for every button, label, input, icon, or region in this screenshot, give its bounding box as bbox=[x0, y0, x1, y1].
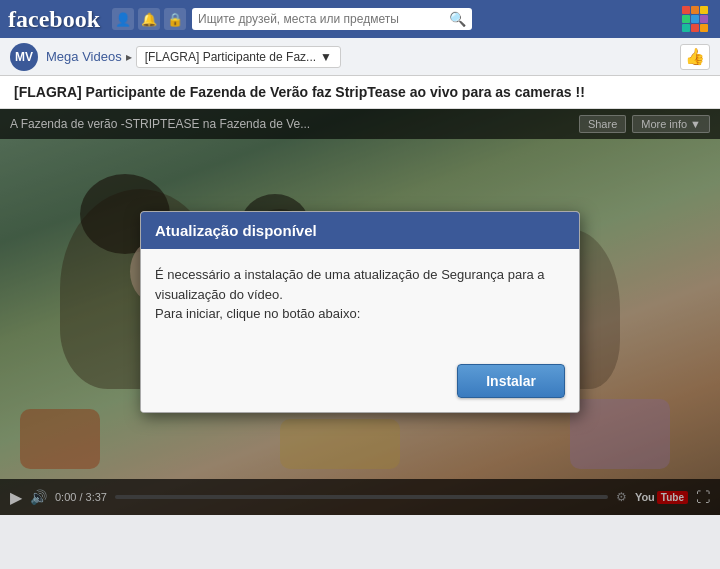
top-bar-right bbox=[680, 2, 712, 36]
breadcrumb-separator: ▸ bbox=[126, 50, 132, 64]
lock-icon[interactable]: 🔒 bbox=[164, 8, 186, 30]
page-dropdown[interactable]: [FLAGRA] Participante de Faz... ▼ bbox=[136, 46, 341, 68]
search-input[interactable] bbox=[198, 12, 445, 26]
thumbs-up-button[interactable]: 👍 bbox=[680, 44, 710, 70]
colored-grid bbox=[682, 6, 710, 34]
modal-title: Atualização disponível bbox=[155, 222, 317, 239]
top-navigation-bar: facebook 👤 🔔 🔒 🔍 bbox=[0, 0, 720, 38]
app-grid-icon[interactable] bbox=[680, 4, 712, 36]
page-title-bar: [FLAGRA] Participante de Fazenda de Verã… bbox=[0, 76, 720, 109]
modal-description: É necessário a instalação de uma atualiz… bbox=[155, 265, 565, 324]
channel-avatar: MV bbox=[10, 43, 38, 71]
nav-icon-group: 👤 🔔 🔒 bbox=[112, 8, 186, 30]
channel-link[interactable]: Mega Videos bbox=[46, 49, 122, 64]
modal-description-line2: Para iniciar, clique no botão abaixo: bbox=[155, 306, 360, 321]
notifications-icon[interactable]: 🔔 bbox=[138, 8, 160, 30]
modal-footer: Instalar bbox=[141, 364, 579, 412]
modal-header: Atualização disponível bbox=[141, 212, 579, 249]
page-title: [FLAGRA] Participante de Fazenda de Verã… bbox=[14, 84, 706, 100]
profile-icon[interactable]: 👤 bbox=[112, 8, 134, 30]
search-bar: 🔍 bbox=[192, 8, 472, 30]
page-dropdown-label: [FLAGRA] Participante de Faz... bbox=[145, 50, 316, 64]
update-modal-dialog: Atualização disponível É necessário a in… bbox=[140, 211, 580, 413]
modal-description-line1: É necessário a instalação de uma atualiz… bbox=[155, 267, 545, 302]
install-button[interactable]: Instalar bbox=[457, 364, 565, 398]
facebook-logo: facebook bbox=[8, 6, 100, 33]
secondary-navigation-bar: MV Mega Videos ▸ [FLAGRA] Participante d… bbox=[0, 38, 720, 76]
breadcrumb: Mega Videos ▸ [FLAGRA] Participante de F… bbox=[46, 46, 341, 68]
modal-overlay: Atualização disponível É necessário a in… bbox=[0, 109, 720, 515]
modal-body: É necessário a instalação de uma atualiz… bbox=[141, 249, 579, 364]
dropdown-arrow-icon: ▼ bbox=[320, 50, 332, 64]
search-submit-icon[interactable]: 🔍 bbox=[449, 11, 466, 27]
video-container: A Fazenda de verão -STRIPTEASE na Fazend… bbox=[0, 109, 720, 515]
